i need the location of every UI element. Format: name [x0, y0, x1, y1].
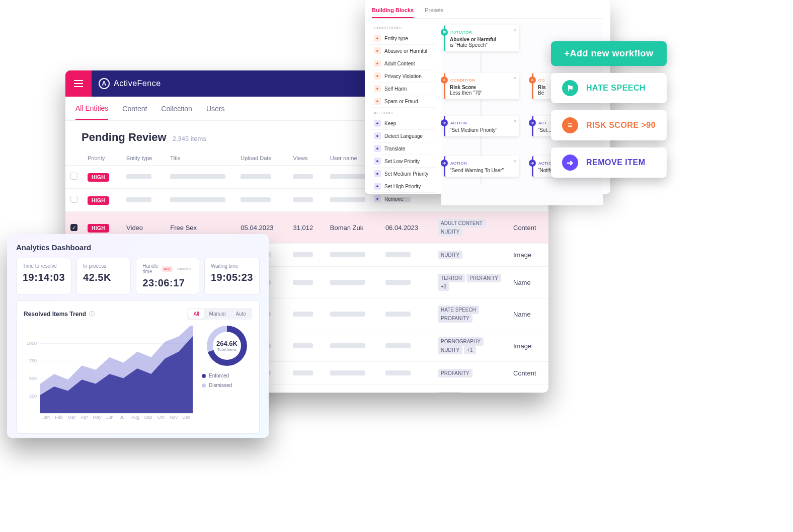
trend-toggles: All Manual Auto: [187, 308, 252, 320]
page-title: Pending Review: [82, 131, 167, 144]
builder-item[interactable]: ●Keep: [372, 117, 436, 130]
arrow-icon: ➜: [562, 155, 578, 171]
tag: NUDITY: [438, 227, 462, 236]
area-chart: 2505007501000 JanFebMarAprMayJunJulAugSe…: [24, 326, 193, 424]
builder-item[interactable]: ●Abusive or Harmful: [372, 45, 436, 57]
tag: +3: [438, 282, 449, 291]
toggle-all[interactable]: All: [188, 309, 204, 319]
stat-card: Time to resolve 19:14:03: [16, 258, 71, 294]
close-icon[interactable]: ×: [513, 118, 516, 124]
stat-card: Handle time AvgMedian 23:06:17: [136, 258, 199, 294]
legend-enforced: Enforced: [202, 373, 252, 378]
builder-tab-blocks[interactable]: Building Blocks: [372, 7, 414, 18]
builder-item[interactable]: ●Privacy Violation: [372, 70, 436, 83]
close-icon[interactable]: ×: [513, 28, 516, 33]
builder-actions-header: ACTIONS: [372, 108, 436, 117]
donut-chart: 264.6K Total items: [207, 326, 247, 366]
builder-item[interactable]: ●Entity type: [372, 32, 436, 45]
gauge-icon: ≡: [562, 117, 578, 133]
add-workflow-button[interactable]: +Add new workflow: [551, 41, 667, 66]
builder-item[interactable]: ●Remove: [372, 193, 436, 205]
stat-card: Waiting time 19:05:23: [204, 258, 260, 294]
row-checkbox[interactable]: [70, 173, 77, 180]
donut-label: Total items: [217, 347, 236, 352]
tag: HATE SPEECH: [438, 306, 479, 314]
legend-dismissed: Dismissed: [202, 383, 252, 388]
analytics-panel: Analytics Dashboard Time to resolve 19:1…: [7, 234, 269, 438]
tab-collection[interactable]: Collection: [161, 98, 192, 119]
brand: A ActiveFence: [99, 78, 161, 89]
close-icon[interactable]: ×: [513, 75, 516, 81]
brand-name: ActiveFence: [114, 79, 161, 88]
toggle-manual[interactable]: Manual: [204, 309, 231, 319]
col-entity[interactable]: Entity type: [121, 151, 165, 166]
tag: PORNOGRAPHY: [438, 337, 484, 346]
node-condition-1[interactable]: × ≡CONDITION Risk ScoreLess then "70": [444, 73, 519, 99]
toggle-auto[interactable]: Auto: [230, 309, 251, 319]
node-action-1[interactable]: × ➜ACTION "Set Medium Priority": [444, 116, 519, 136]
builder-item[interactable]: ●Translate: [372, 142, 436, 155]
col-upload[interactable]: Upload Date: [235, 151, 288, 166]
stat-row: Time to resolve 19:14:03 In process 42.5…: [16, 258, 260, 294]
brand-logo-icon: A: [99, 78, 110, 89]
stat-card: In process 42.5K: [76, 258, 131, 294]
floating-pills: +Add new workflow ⚑HATE SPEECH ≡RISK SCO…: [551, 41, 667, 178]
tag: PROFANITY: [466, 274, 501, 282]
tag: ADULT CONTENT: [438, 219, 486, 227]
builder-item[interactable]: ●Self Harm: [372, 83, 436, 95]
builder-conditions-header: CONDITIONS: [372, 23, 436, 32]
builder-item[interactable]: ●Set Medium Priority: [372, 168, 436, 180]
flag-icon: ⚑: [562, 80, 578, 96]
tab-content[interactable]: Content: [122, 98, 147, 119]
analytics-title: Analytics Dashboard: [16, 243, 260, 252]
col-views[interactable]: Views: [288, 151, 325, 166]
tab-users[interactable]: Users: [206, 98, 225, 119]
pill-remove-item[interactable]: ➜REMOVE ITEM: [551, 147, 667, 178]
pill-hate-speech[interactable]: ⚑HATE SPEECH: [551, 73, 667, 103]
tag: PROFANITY: [438, 369, 472, 377]
item-count: 2,345 items: [173, 135, 206, 142]
trend-title: Resolved Items Trend ⓘ: [24, 310, 95, 318]
builder-tab-presets[interactable]: Presets: [425, 7, 443, 18]
tab-all-entities[interactable]: All Entities: [75, 98, 108, 120]
builder-item[interactable]: ●Detect Language: [372, 130, 436, 142]
builder-item[interactable]: ●Set High Priority: [372, 180, 436, 193]
priority-badge: HIGH: [88, 196, 109, 205]
menu-button[interactable]: [65, 70, 92, 97]
builder-item[interactable]: ●Adult Content: [372, 57, 436, 70]
tag: NUDITY: [438, 392, 462, 393]
priority-badge: HIGH: [88, 224, 109, 233]
donut-value: 264.6K: [216, 340, 237, 347]
tag: TERROR: [438, 274, 465, 282]
pill-risk-score[interactable]: ≡RISK SCORE >90: [551, 110, 667, 140]
row-checkbox[interactable]: ✓: [70, 224, 77, 231]
col-priority[interactable]: Priority: [83, 151, 121, 166]
tag: NUDITY: [438, 346, 462, 354]
row-checkbox[interactable]: [70, 196, 77, 203]
col-title[interactable]: Title: [165, 151, 235, 166]
tag: +1: [464, 346, 475, 354]
builder-item[interactable]: ●Spam or Fraud: [372, 95, 436, 108]
builder-sidebar: CONDITIONS ●Entity type ●Abusive or Harm…: [372, 23, 436, 205]
close-icon[interactable]: ×: [513, 159, 516, 164]
tag: PROFANITY: [438, 314, 472, 323]
tag: NUDITY: [438, 251, 462, 259]
trend-card: Resolved Items Trend ⓘ All Manual Auto 2…: [16, 300, 260, 434]
priority-badge: HIGH: [88, 173, 109, 182]
node-action-3[interactable]: × ➜ACTION "Send Warning To User": [444, 156, 519, 177]
builder-item[interactable]: ●Set Low Priority: [372, 155, 436, 168]
donut-legend: 264.6K Total items Enforced Dismissed: [202, 326, 252, 424]
info-icon[interactable]: ⓘ: [89, 310, 95, 318]
node-initiator[interactable]: × ⚑INITIATOR Abusive or Harmfulis "Hate …: [444, 25, 519, 51]
